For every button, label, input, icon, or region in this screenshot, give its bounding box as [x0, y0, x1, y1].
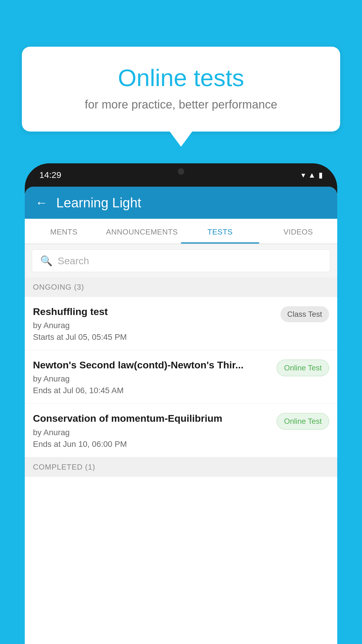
battery-icon: ▮ — [319, 171, 323, 180]
ongoing-section-header: ONGOING (3) — [25, 277, 337, 297]
test-author: by Anurag — [33, 428, 272, 437]
test-time: Ends at Jun 10, 06:00 PM — [33, 440, 272, 449]
search-icon: 🔍 — [40, 255, 52, 267]
tabs-bar: MENTS ANNOUNCEMENTS TESTS VIDEOS — [25, 219, 337, 244]
phone-frame: 14:29 ▾ ▲ ▮ ← Learning Light MENTS ANNOU… — [25, 163, 337, 644]
status-icons: ▾ ▲ ▮ — [301, 171, 323, 180]
test-item[interactable]: Reshuffling test by Anurag Starts at Jul… — [25, 297, 337, 350]
app-header: ← Learning Light — [25, 187, 337, 219]
test-author: by Anurag — [33, 321, 276, 330]
camera-dot — [178, 168, 184, 175]
back-button[interactable]: ← — [35, 196, 48, 210]
test-info: Newton's Second law(contd)-Newton's Thir… — [33, 358, 272, 395]
test-name: Newton's Second law(contd)-Newton's Thir… — [33, 358, 272, 371]
tab-ments[interactable]: MENTS — [25, 219, 103, 244]
test-author: by Anurag — [33, 374, 272, 384]
search-container: 🔍 Search — [25, 244, 337, 277]
signal-icon: ▲ — [308, 171, 316, 180]
app-title: Learning Light — [56, 195, 141, 211]
bubble-subtitle: for more practice, better performance — [42, 98, 320, 111]
phone-screen: ← Learning Light MENTS ANNOUNCEMENTS TES… — [25, 187, 337, 644]
test-name: Conservation of momentum-Equilibrium — [33, 412, 272, 425]
test-time: Starts at Jul 05, 05:45 PM — [33, 332, 276, 342]
bubble-title: Online tests — [42, 64, 320, 92]
wifi-icon: ▾ — [301, 171, 305, 180]
status-time: 14:29 — [39, 170, 61, 180]
notch — [164, 163, 198, 179]
completed-section-header: COMPLETED (1) — [25, 457, 337, 477]
test-badge-class: Class Test — [280, 306, 329, 322]
test-info: Conservation of momentum-Equilibrium by … — [33, 412, 272, 449]
test-badge-online: Online Test — [277, 360, 329, 376]
search-input[interactable]: Search — [58, 255, 89, 267]
test-item[interactable]: Newton's Second law(contd)-Newton's Thir… — [25, 350, 337, 404]
tab-videos[interactable]: VIDEOS — [259, 219, 337, 244]
status-bar: 14:29 ▾ ▲ ▮ — [25, 163, 337, 187]
tab-tests[interactable]: TESTS — [181, 219, 259, 244]
speech-bubble: Online tests for more practice, better p… — [22, 47, 340, 132]
test-info: Reshuffling test by Anurag Starts at Jul… — [33, 305, 276, 342]
test-item[interactable]: Conservation of momentum-Equilibrium by … — [25, 404, 337, 457]
tab-announcements[interactable]: ANNOUNCEMENTS — [103, 219, 181, 244]
test-badge-online: Online Test — [277, 413, 329, 430]
test-name: Reshuffling test — [33, 305, 276, 318]
test-time: Ends at Jul 06, 10:45 AM — [33, 386, 272, 395]
search-bar[interactable]: 🔍 Search — [32, 249, 330, 272]
